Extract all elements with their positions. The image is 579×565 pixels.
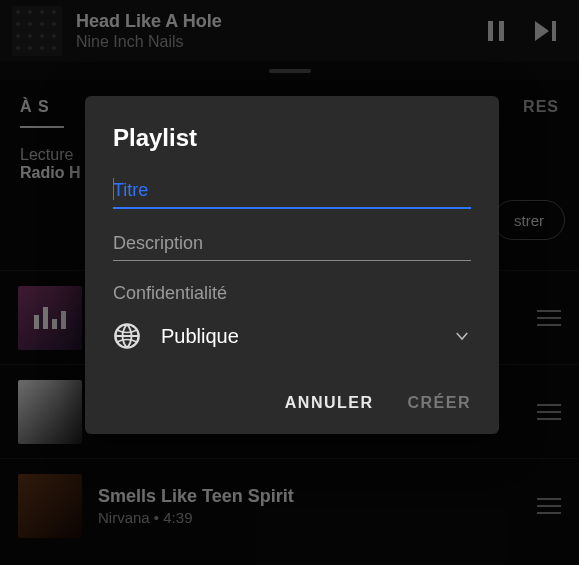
cancel-button[interactable]: ANNULER [285, 394, 374, 412]
create-playlist-modal: Playlist Confidentialité Publique ANNULE… [85, 96, 499, 434]
privacy-label: Confidentialité [113, 283, 471, 304]
title-field-wrapper [113, 174, 471, 209]
create-button[interactable]: CRÉER [407, 394, 471, 412]
playlist-description-input[interactable] [113, 227, 471, 261]
description-field-wrapper [113, 227, 471, 261]
chevron-down-icon [453, 327, 471, 345]
modal-heading: Playlist [113, 124, 471, 152]
privacy-value: Publique [161, 325, 433, 348]
text-caret [113, 178, 114, 200]
playlist-title-input[interactable] [113, 174, 471, 209]
privacy-selector[interactable]: Publique [113, 318, 471, 364]
globe-icon [113, 322, 141, 350]
